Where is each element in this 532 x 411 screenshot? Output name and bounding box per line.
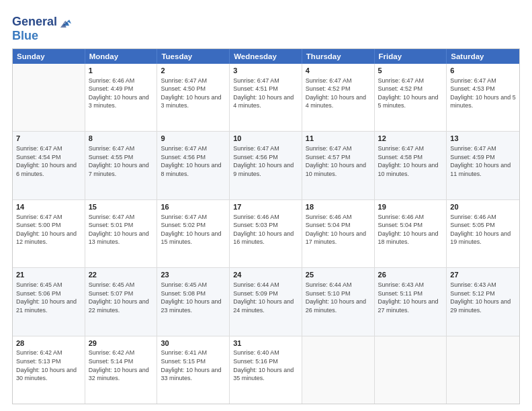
day-number: 7 xyxy=(16,134,81,144)
day-number: 11 xyxy=(306,134,371,144)
day-info: Sunrise: 6:47 AMSunset: 4:58 PMDaylight:… xyxy=(378,144,443,178)
day-cell-22: 22Sunrise: 6:45 AMSunset: 5:07 PMDayligh… xyxy=(85,268,158,335)
day-number: 30 xyxy=(161,338,226,349)
day-cell-16: 16Sunrise: 6:47 AMSunset: 5:02 PMDayligh… xyxy=(157,200,230,267)
day-info: Sunrise: 6:47 AMSunset: 4:56 PMDaylight:… xyxy=(161,144,226,178)
day-info: Sunrise: 6:43 AMSunset: 5:11 PMDaylight:… xyxy=(378,281,443,314)
empty-cell xyxy=(375,336,447,404)
day-info: Sunrise: 6:46 AMSunset: 5:05 PMDaylight:… xyxy=(450,213,516,246)
day-info: Sunrise: 6:47 AMSunset: 4:50 PMDaylight:… xyxy=(161,77,226,110)
day-cell-26: 26Sunrise: 6:43 AMSunset: 5:11 PMDayligh… xyxy=(375,268,447,335)
day-number: 8 xyxy=(89,134,154,144)
day-number: 19 xyxy=(378,202,443,212)
day-cell-11: 11Sunrise: 6:47 AMSunset: 4:57 PMDayligh… xyxy=(302,132,375,199)
day-number: 18 xyxy=(306,202,371,212)
day-cell-20: 20Sunrise: 6:46 AMSunset: 5:05 PMDayligh… xyxy=(447,200,519,267)
day-info: Sunrise: 6:47 AMSunset: 5:00 PMDaylight:… xyxy=(16,213,81,246)
day-number: 3 xyxy=(233,66,298,76)
day-cell-9: 9Sunrise: 6:47 AMSunset: 4:56 PMDaylight… xyxy=(157,132,230,199)
day-number: 13 xyxy=(450,134,516,144)
day-info: Sunrise: 6:45 AMSunset: 5:07 PMDaylight:… xyxy=(89,281,154,314)
day-number: 31 xyxy=(233,338,298,349)
day-info: Sunrise: 6:47 AMSunset: 4:52 PMDaylight:… xyxy=(306,77,371,110)
calendar-row-2: 14Sunrise: 6:47 AMSunset: 5:00 PMDayligh… xyxy=(13,200,519,268)
day-info: Sunrise: 6:47 AMSunset: 4:55 PMDaylight:… xyxy=(89,144,154,178)
day-number: 23 xyxy=(161,270,226,280)
day-number: 14 xyxy=(16,202,81,212)
day-cell-24: 24Sunrise: 6:44 AMSunset: 5:09 PMDayligh… xyxy=(230,268,302,335)
day-number: 22 xyxy=(89,270,154,280)
day-cell-29: 29Sunrise: 6:42 AMSunset: 5:14 PMDayligh… xyxy=(85,336,158,404)
day-info: Sunrise: 6:46 AMSunset: 5:04 PMDaylight:… xyxy=(306,213,371,246)
day-number: 5 xyxy=(378,66,443,76)
day-number: 17 xyxy=(233,202,298,212)
day-cell-14: 14Sunrise: 6:47 AMSunset: 5:00 PMDayligh… xyxy=(13,200,85,267)
day-cell-13: 13Sunrise: 6:47 AMSunset: 4:59 PMDayligh… xyxy=(447,132,519,199)
day-info: Sunrise: 6:41 AMSunset: 5:15 PMDaylight:… xyxy=(161,349,226,382)
day-of-week-thursday: Thursday xyxy=(302,49,375,64)
day-of-week-sunday: Sunday xyxy=(13,49,85,64)
day-cell-10: 10Sunrise: 6:47 AMSunset: 4:56 PMDayligh… xyxy=(230,132,302,199)
day-info: Sunrise: 6:47 AMSunset: 5:01 PMDaylight:… xyxy=(89,213,154,246)
day-number: 10 xyxy=(233,134,298,144)
day-number: 29 xyxy=(89,338,154,349)
day-number: 9 xyxy=(161,134,226,144)
day-info: Sunrise: 6:42 AMSunset: 5:13 PMDaylight:… xyxy=(16,349,81,382)
day-cell-15: 15Sunrise: 6:47 AMSunset: 5:01 PMDayligh… xyxy=(85,200,158,267)
logo-text2: Blue xyxy=(12,30,73,43)
day-number: 6 xyxy=(450,66,516,76)
day-info: Sunrise: 6:46 AMSunset: 4:49 PMDaylight:… xyxy=(89,77,154,110)
day-info: Sunrise: 6:47 AMSunset: 4:54 PMDaylight:… xyxy=(16,144,81,178)
calendar-row-4: 28Sunrise: 6:42 AMSunset: 5:13 PMDayligh… xyxy=(13,336,519,404)
logo-text: General xyxy=(12,15,57,29)
day-cell-6: 6Sunrise: 6:47 AMSunset: 4:53 PMDaylight… xyxy=(447,64,519,131)
day-of-week-friday: Friday xyxy=(375,49,447,64)
day-info: Sunrise: 6:47 AMSunset: 4:57 PMDaylight:… xyxy=(306,144,371,178)
day-info: Sunrise: 6:46 AMSunset: 5:04 PMDaylight:… xyxy=(378,213,443,246)
day-info: Sunrise: 6:47 AMSunset: 4:56 PMDaylight:… xyxy=(233,144,298,178)
day-number: 27 xyxy=(450,270,516,280)
day-info: Sunrise: 6:45 AMSunset: 5:06 PMDaylight:… xyxy=(16,281,81,314)
day-number: 15 xyxy=(89,202,154,212)
day-of-week-wednesday: Wednesday xyxy=(230,49,302,64)
day-info: Sunrise: 6:47 AMSunset: 4:59 PMDaylight:… xyxy=(450,144,516,178)
calendar: SundayMondayTuesdayWednesdayThursdayFrid… xyxy=(12,48,520,404)
day-cell-2: 2Sunrise: 6:47 AMSunset: 4:50 PMDaylight… xyxy=(157,64,230,131)
day-cell-12: 12Sunrise: 6:47 AMSunset: 4:58 PMDayligh… xyxy=(375,132,447,199)
day-cell-18: 18Sunrise: 6:46 AMSunset: 5:04 PMDayligh… xyxy=(302,200,375,267)
logo-icon xyxy=(58,15,73,30)
day-cell-8: 8Sunrise: 6:47 AMSunset: 4:55 PMDaylight… xyxy=(85,132,158,199)
day-info: Sunrise: 6:45 AMSunset: 5:08 PMDaylight:… xyxy=(161,281,226,314)
day-cell-31: 31Sunrise: 6:40 AMSunset: 5:16 PMDayligh… xyxy=(230,336,302,404)
day-number: 25 xyxy=(306,270,371,280)
day-cell-19: 19Sunrise: 6:46 AMSunset: 5:04 PMDayligh… xyxy=(375,200,447,267)
day-info: Sunrise: 6:47 AMSunset: 4:53 PMDaylight:… xyxy=(450,77,516,110)
day-number: 2 xyxy=(161,66,226,76)
day-number: 12 xyxy=(378,134,443,144)
day-number: 4 xyxy=(306,66,371,76)
calendar-row-3: 21Sunrise: 6:45 AMSunset: 5:06 PMDayligh… xyxy=(13,268,519,336)
day-cell-5: 5Sunrise: 6:47 AMSunset: 4:52 PMDaylight… xyxy=(375,64,447,131)
day-cell-21: 21Sunrise: 6:45 AMSunset: 5:06 PMDayligh… xyxy=(13,268,85,335)
day-cell-7: 7Sunrise: 6:47 AMSunset: 4:54 PMDaylight… xyxy=(13,132,85,199)
header: General Blue xyxy=(12,12,520,43)
day-of-week-tuesday: Tuesday xyxy=(157,49,230,64)
day-of-week-monday: Monday xyxy=(85,49,158,64)
day-cell-23: 23Sunrise: 6:45 AMSunset: 5:08 PMDayligh… xyxy=(157,268,230,335)
day-number: 21 xyxy=(16,270,81,280)
day-info: Sunrise: 6:40 AMSunset: 5:16 PMDaylight:… xyxy=(233,349,298,382)
day-info: Sunrise: 6:43 AMSunset: 5:12 PMDaylight:… xyxy=(450,281,516,314)
day-cell-28: 28Sunrise: 6:42 AMSunset: 5:13 PMDayligh… xyxy=(13,336,85,404)
day-of-week-saturday: Saturday xyxy=(447,49,519,64)
calendar-header: SundayMondayTuesdayWednesdayThursdayFrid… xyxy=(13,49,519,64)
day-info: Sunrise: 6:42 AMSunset: 5:14 PMDaylight:… xyxy=(89,349,154,382)
day-info: Sunrise: 6:47 AMSunset: 4:52 PMDaylight:… xyxy=(378,77,443,110)
day-info: Sunrise: 6:47 AMSunset: 5:02 PMDaylight:… xyxy=(161,213,226,246)
day-cell-4: 4Sunrise: 6:47 AMSunset: 4:52 PMDaylight… xyxy=(302,64,375,131)
day-cell-17: 17Sunrise: 6:46 AMSunset: 5:03 PMDayligh… xyxy=(230,200,302,267)
day-info: Sunrise: 6:47 AMSunset: 4:51 PMDaylight:… xyxy=(233,77,298,110)
day-number: 1 xyxy=(89,66,154,76)
page: General Blue SundayMondayTuesdayWednesda… xyxy=(0,0,532,411)
day-cell-3: 3Sunrise: 6:47 AMSunset: 4:51 PMDaylight… xyxy=(230,64,302,131)
empty-cell xyxy=(302,336,375,404)
